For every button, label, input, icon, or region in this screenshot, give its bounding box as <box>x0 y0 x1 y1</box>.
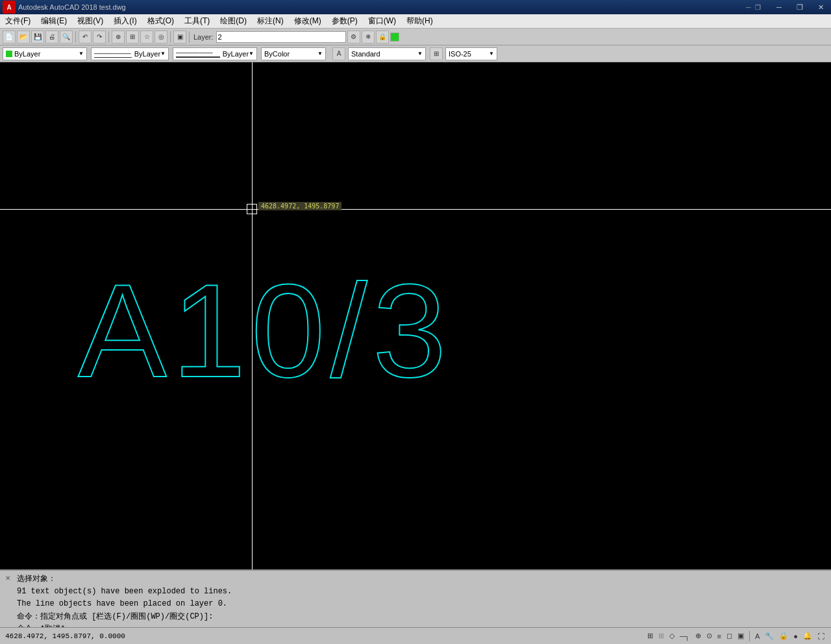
toolbar2: ByLayer ▼ ──────── ByLayer ▼ ──────── By… <box>0 45 831 62</box>
lock-icon[interactable]: 🔒 <box>778 632 789 640</box>
minimize-button[interactable]: ─ <box>769 0 789 14</box>
cmd-line-4: 命令：指定对角点或 [栏选(F)/圈围(WP)/圈交(CP)]: <box>17 611 826 623</box>
notification-icon[interactable]: 🔔 <box>802 632 813 640</box>
restore-button[interactable]: ❐ <box>789 0 810 14</box>
iso-dropdown[interactable]: ISO-25 ▼ <box>445 47 497 60</box>
menu-tools[interactable]: 工具(T) <box>179 14 215 28</box>
drawn-line <box>129 209 404 210</box>
text-style-button[interactable]: A <box>332 47 345 60</box>
layer-properties-button[interactable]: ⚙ <box>347 31 360 43</box>
menu-draw[interactable]: 绘图(D) <box>215 14 252 28</box>
titlebar: A Autodesk AutoCAD 2018 test.dwg ─ ❐ ─ ❐… <box>0 0 831 14</box>
drawing-canvas[interactable]: 4628.4972, 1495.8797 A10/3 <box>0 62 831 569</box>
polar-toggle[interactable]: ⊕ <box>694 632 702 640</box>
grid-button[interactable]: ⊞ <box>126 31 139 43</box>
statusbar: 4628.4972, 1495.8797, 0.0000 ⊞ ⊞ ◇ ─┐ ⊕ … <box>0 627 831 644</box>
transparency-toggle[interactable]: ◻ <box>725 632 734 640</box>
lineweight-dropdown[interactable]: ──────── ByLayer ▼ <box>173 47 257 60</box>
menu-view[interactable]: 视图(V) <box>72 14 108 28</box>
color-dropdown[interactable]: ByColor ▼ <box>261 47 326 60</box>
new-button[interactable]: 📄 <box>3 31 16 43</box>
menu-help[interactable]: 帮助(H) <box>401 14 438 28</box>
menu-modify[interactable]: 修改(M) <box>289 14 327 28</box>
ortho-button[interactable]: ☆ <box>140 31 153 43</box>
layer-label: Layer: <box>192 33 215 41</box>
linetype-color-dropdown[interactable]: ByLayer ▼ <box>3 47 87 60</box>
inner-window-controls: ─ ❐ <box>746 4 763 11</box>
coordinates-display: 4628.4972, 1495.8797, 0.0000 <box>5 632 125 640</box>
linetype-line: ──────── <box>94 50 132 58</box>
toolbar-separator-3 <box>170 31 171 43</box>
text-style-dropdown[interactable]: Standard ▼ <box>348 47 426 60</box>
ortho-toggle[interactable]: ─┐ <box>678 632 691 640</box>
toolbar-separator-2 <box>108 31 109 43</box>
cursor-tooltip: 4628.4972, 1495.8797 <box>258 202 341 210</box>
dropdown-arrow-icon-4: ▼ <box>317 51 323 56</box>
layer-freeze-button[interactable]: ❄ <box>362 31 375 43</box>
cmd-close-icon[interactable]: ✕ <box>5 573 14 582</box>
annotation-scale-status[interactable]: A <box>754 632 761 640</box>
crosshair-box <box>247 204 257 214</box>
undo-button[interactable]: ↶ <box>79 31 92 43</box>
menu-edit[interactable]: 编辑(E) <box>36 14 72 28</box>
model-button[interactable]: ⊞ <box>646 632 654 640</box>
menu-file[interactable]: 文件(F) <box>0 14 36 28</box>
menu-format[interactable]: 格式(O) <box>142 14 179 28</box>
dropdown-arrow-icon-2: ▼ <box>160 51 166 56</box>
lineweight-line: ──────── <box>176 49 220 58</box>
inner-restore-button[interactable]: ❐ <box>755 4 761 11</box>
snap-toggle[interactable]: ◇ <box>668 632 676 640</box>
window-title: Autodesk AutoCAD 2018 test.dwg <box>18 3 126 11</box>
crosshair-horizontal <box>0 209 831 210</box>
linetype-dropdown[interactable]: ──────── ByLayer ▼ <box>91 47 169 60</box>
snap-button[interactable]: ⊕ <box>112 31 125 43</box>
layer-lock-button[interactable]: 🔒 <box>376 31 389 43</box>
close-button[interactable]: ✕ <box>810 0 831 14</box>
toolbar1: 📄 📂 💾 🖨 🔍 ↶ ↷ ⊕ ⊞ ☆ ◎ ▣ Layer: ⚙ ❄ 🔒 <box>0 29 831 45</box>
dropdown-arrow-icon-5: ▼ <box>417 51 423 56</box>
status-icon-bar: ⊞ ⊞ ◇ ─┐ ⊕ ⊙ ≡ ◻ ▣ A 🔧 🔒 ● 🔔 ⛶ <box>646 631 826 641</box>
hardware-accel-icon[interactable]: ● <box>792 632 799 640</box>
print-button[interactable]: 🖨 <box>45 31 58 43</box>
window-controls: ─ ❐ ─ ❐ ✕ <box>746 0 831 14</box>
open-button[interactable]: 📂 <box>17 31 30 43</box>
autocad-logo-icon: A <box>3 1 16 14</box>
match-prop-button[interactable]: ▣ <box>173 31 186 43</box>
text-style-area: A <box>332 47 345 60</box>
dropdown-arrow-icon: ▼ <box>79 51 84 56</box>
menu-params[interactable]: 参数(P) <box>327 14 363 28</box>
toolbar-separator-1 <box>75 31 76 43</box>
toolbar-separator-4 <box>189 31 190 43</box>
layer-color-button[interactable] <box>390 32 399 42</box>
cmd-line-2: 91 text object(s) have been exploded to … <box>17 586 826 598</box>
dropdown-arrow-icon-6: ▼ <box>489 51 494 56</box>
selection-toggle[interactable]: ▣ <box>736 632 745 640</box>
status-separator <box>749 631 750 641</box>
osnap-toggle[interactable]: ⊙ <box>705 632 713 640</box>
cmd-line-1: 选择对象： <box>17 573 826 586</box>
inner-minimize-button[interactable]: ─ <box>746 4 750 11</box>
annotation-scale-button[interactable]: ⊞ <box>430 47 443 60</box>
redo-button[interactable]: ↷ <box>93 31 106 43</box>
save-button[interactable]: 💾 <box>31 31 44 43</box>
cmd-line-3: The line objects have been placed on lay… <box>17 598 826 610</box>
print-preview-button[interactable]: 🔍 <box>60 31 73 43</box>
polar-button[interactable]: ◎ <box>155 31 167 43</box>
lineweight-toggle[interactable]: ≡ <box>716 632 723 640</box>
workspace-toggle[interactable]: 🔧 <box>763 632 775 640</box>
layer-input[interactable] <box>216 31 346 43</box>
menu-insert[interactable]: 插入(I) <box>108 14 142 28</box>
menubar: 文件(F) 编辑(E) 视图(V) 插入(I) 格式(O) 工具(T) 绘图(D… <box>0 14 831 29</box>
menu-window[interactable]: 窗口(W) <box>363 14 401 28</box>
drawing-text-a103: A10/3 <box>78 264 452 397</box>
crosshair-vertical <box>252 62 253 569</box>
dropdown-arrow-icon-3: ▼ <box>249 51 254 56</box>
menu-annotate[interactable]: 标注(N) <box>252 14 289 28</box>
fullscreen-icon[interactable]: ⛶ <box>816 632 826 640</box>
grid-toggle[interactable]: ⊞ <box>657 632 665 640</box>
